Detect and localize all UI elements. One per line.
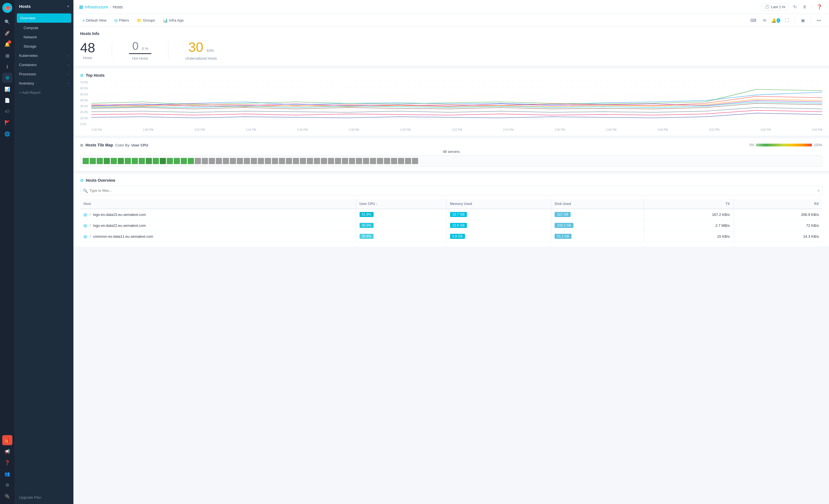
tile[interactable] [83, 158, 89, 164]
tile[interactable] [398, 158, 404, 164]
upgrade-plan-button[interactable]: Upgrade Plan [14, 491, 73, 504]
sidebar-item-network[interactable]: Network [14, 33, 73, 42]
tile[interactable] [286, 158, 292, 164]
host-link-icon[interactable]: ↗ [88, 224, 92, 227]
host-link-icon[interactable]: ↗ [88, 212, 92, 217]
host-link-icon[interactable]: ↗ [88, 234, 92, 238]
tile[interactable] [272, 158, 278, 164]
plugin-icon[interactable]: 🔌 [2, 491, 12, 501]
rocket-icon[interactable]: 🚀 [2, 28, 12, 38]
tile[interactable] [307, 158, 313, 164]
tile[interactable] [258, 158, 264, 164]
refresh-button[interactable]: ↻ [792, 3, 798, 11]
col-rx[interactable]: RX [733, 199, 822, 209]
table-row[interactable]: ▤ ↗ common-es-data11.eu.sematext.com 35.… [80, 231, 822, 242]
col-cpu[interactable]: User CPU ↓ [356, 199, 446, 209]
tile[interactable] [118, 158, 124, 164]
tile[interactable] [349, 158, 355, 164]
keyboard-button[interactable]: ⌨ [749, 16, 758, 25]
table-row[interactable]: ▤ ↗ logs-es-data15.eu.sematext.com 51.8%… [80, 209, 822, 220]
tile[interactable] [237, 158, 243, 164]
nav-sidebar-header[interactable]: Hosts ▾ [14, 0, 73, 13]
pause-button[interactable]: ⏸ [801, 3, 808, 11]
gift-icon[interactable]: 🎁 [2, 435, 12, 445]
globe-icon[interactable]: 🌐 [2, 129, 12, 139]
time-range-button[interactable]: 🕐 Last 1 hr [762, 3, 789, 11]
monitor-icon[interactable]: 🖥 [2, 73, 12, 83]
tile[interactable] [356, 158, 362, 164]
tile[interactable] [174, 158, 180, 164]
tile[interactable] [90, 158, 96, 164]
sidebar-item-containers[interactable]: Containers › [14, 60, 73, 70]
tile[interactable] [97, 158, 103, 164]
tile[interactable] [195, 158, 201, 164]
tile[interactable] [125, 158, 131, 164]
doc-icon[interactable]: 📄 [2, 95, 12, 105]
fullscreen-button[interactable]: ⛶ [783, 16, 791, 25]
tile[interactable] [146, 158, 152, 164]
col-memory[interactable]: Memory Used [446, 199, 551, 209]
tile[interactable] [230, 158, 236, 164]
col-tx[interactable]: TX [644, 199, 733, 209]
sidebar-item-inventory[interactable]: Inventory › [14, 79, 73, 88]
search-icon[interactable]: 🔍 [2, 17, 12, 27]
tile[interactable] [223, 158, 229, 164]
tile[interactable] [139, 158, 145, 164]
tile[interactable] [111, 158, 117, 164]
split-view-button[interactable]: ▣ [798, 16, 807, 25]
help-icon[interactable]: ❓ [2, 458, 12, 468]
tile[interactable] [384, 158, 390, 164]
tile[interactable] [181, 158, 187, 164]
tile[interactable] [265, 158, 271, 164]
sidebar-item-compute[interactable]: Compute [14, 23, 73, 33]
tile[interactable] [251, 158, 257, 164]
tile[interactable] [328, 158, 334, 164]
settings-icon[interactable]: ⚙ [2, 480, 12, 490]
help-topbar-icon[interactable]: ❓ [816, 3, 823, 11]
tile[interactable] [300, 158, 306, 164]
notifications-button[interactable]: 🔔 2 [771, 16, 780, 25]
sidebar-item-kubernetes[interactable]: Kubernetes › [14, 51, 73, 60]
sidebar-item-storage[interactable]: Storage [14, 42, 73, 51]
tile[interactable] [153, 158, 159, 164]
table-row[interactable]: ▤ ↗ logs-es-data22.eu.sematext.com 45.3%… [80, 220, 822, 231]
tile[interactable] [293, 158, 299, 164]
tile[interactable] [216, 158, 222, 164]
speaker-icon[interactable]: 📢 [2, 446, 12, 456]
tile[interactable] [202, 158, 208, 164]
add-report-button[interactable]: + Add Report [14, 88, 73, 97]
tile[interactable] [321, 158, 327, 164]
team-icon[interactable]: 👥 [2, 469, 12, 479]
groups-button[interactable]: 📁 Groups [134, 16, 158, 24]
tile[interactable] [104, 158, 110, 164]
tile[interactable] [405, 158, 411, 164]
tile[interactable] [279, 158, 285, 164]
default-view-button[interactable]: ≡ Default View [79, 16, 110, 24]
grid-icon[interactable]: ▦ [2, 50, 12, 61]
tile[interactable] [342, 158, 348, 164]
filters-button[interactable]: ⊟ Filters [111, 16, 132, 24]
flag-icon[interactable]: 🚩 [2, 118, 12, 128]
tile[interactable] [244, 158, 250, 164]
tag-icon[interactable]: 🏷 [2, 106, 12, 116]
more-options-button[interactable]: ••• [815, 16, 823, 25]
infra-app-button[interactable]: 📊 Infra App [159, 16, 187, 24]
tile[interactable] [363, 158, 369, 164]
tile[interactable] [412, 158, 418, 164]
email-button[interactable]: ✉ [760, 16, 769, 25]
tile[interactable] [335, 158, 341, 164]
tile[interactable] [370, 158, 376, 164]
tile[interactable] [314, 158, 320, 164]
filter-input[interactable] [80, 186, 822, 195]
tile[interactable] [160, 158, 166, 164]
col-host[interactable]: Host [80, 199, 356, 209]
breadcrumb-link[interactable]: Infrastructure [85, 5, 108, 9]
col-disk[interactable]: Disk Used [551, 199, 644, 209]
sidebar-item-overview[interactable]: Overview [17, 13, 71, 23]
tile[interactable] [209, 158, 215, 164]
info-icon[interactable]: ℹ [2, 62, 12, 72]
tile[interactable] [188, 158, 194, 164]
tile[interactable] [377, 158, 383, 164]
sidebar-item-processes[interactable]: Processes › [14, 70, 73, 79]
tile[interactable] [132, 158, 138, 164]
